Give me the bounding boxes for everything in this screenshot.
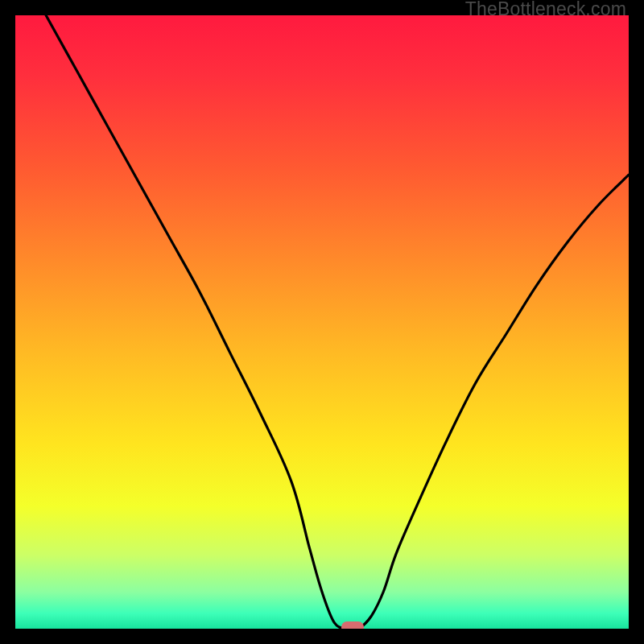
chart-svg — [15, 15, 629, 629]
plot-area — [15, 15, 629, 629]
optimal-marker — [341, 621, 364, 629]
chart-frame: TheBottleneck.com — [0, 0, 644, 644]
gradient-rect — [15, 15, 629, 629]
watermark-text: TheBottleneck.com — [465, 0, 626, 19]
